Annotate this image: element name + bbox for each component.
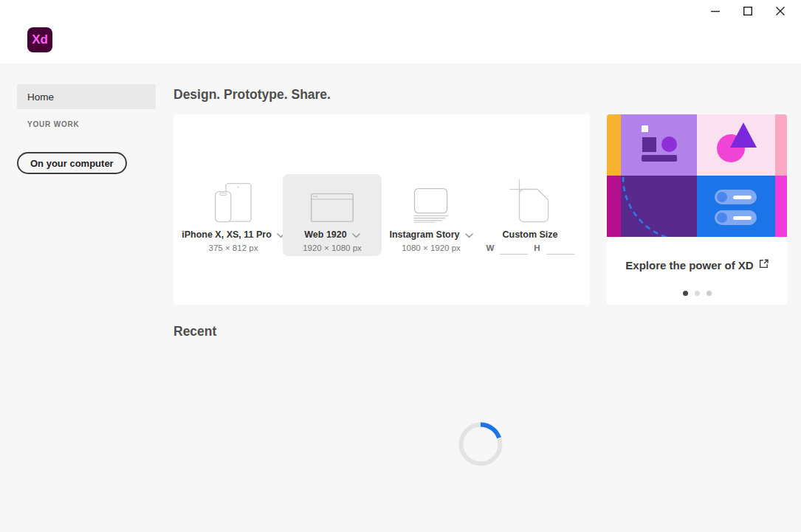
- chevron-down-icon[interactable]: [352, 228, 360, 241]
- carousel-dot[interactable]: [695, 291, 700, 296]
- minimize-button[interactable]: [699, 0, 732, 22]
- close-button[interactable]: [764, 0, 797, 22]
- template-iphone[interactable]: iPhone X, XS, 11 Pro 375 × 812 px: [184, 174, 283, 256]
- explore-xd-link[interactable]: Explore the power of XD: [607, 258, 787, 272]
- chevron-down-icon[interactable]: [465, 228, 473, 241]
- artwork-dashed-arc: [607, 114, 787, 237]
- external-link-icon: [759, 258, 769, 272]
- carousel-dot-active[interactable]: [683, 291, 688, 296]
- promo-artwork: [607, 114, 787, 237]
- template-web-1920[interactable]: Web 1920 1920 × 1080 px: [283, 174, 382, 256]
- maximize-icon: [743, 6, 753, 16]
- browser-window-icon: [283, 174, 382, 223]
- carousel-dot[interactable]: [707, 291, 712, 296]
- carousel-dots: [607, 291, 787, 296]
- page-title: Design. Prototype. Share.: [173, 87, 331, 103]
- toggle-knob: [717, 213, 727, 223]
- toggle-dash: [733, 196, 752, 199]
- width-label: W: [486, 243, 494, 252]
- story-screen-icon: [382, 174, 481, 223]
- on-your-computer-label: On your computer: [30, 158, 114, 169]
- artwork-toggle-1: [715, 190, 757, 204]
- phone-tablet-icon: [184, 174, 283, 223]
- window-controls: [699, 0, 797, 22]
- width-input[interactable]: [500, 243, 528, 255]
- maximize-button[interactable]: [732, 0, 764, 22]
- template-web-size: 1920 × 1080 px: [303, 243, 362, 252]
- toggle-dash: [733, 216, 752, 220]
- template-custom-label: Custom Size: [502, 229, 557, 240]
- explore-xd-card[interactable]: Explore the power of XD: [607, 114, 787, 305]
- template-instagram-story[interactable]: Instagram Story 1080 × 1920 px: [382, 174, 481, 256]
- titlebar: Xd: [0, 0, 801, 63]
- custom-document-icon: [481, 174, 580, 223]
- recent-loading-spinner: [458, 422, 503, 466]
- height-label: H: [534, 243, 540, 252]
- minimize-icon: [710, 6, 721, 16]
- recent-section-title: Recent: [173, 324, 216, 339]
- template-instagram-size: 1080 × 1920 px: [402, 243, 461, 252]
- close-icon: [775, 6, 785, 16]
- template-web-label: Web 1920: [304, 229, 346, 240]
- artwork-toggle-2: [715, 210, 757, 225]
- template-iphone-label: iPhone X, XS, 11 Pro: [182, 229, 272, 240]
- sidebar-section-your-work: YOUR WORK: [27, 120, 80, 128]
- toggle-knob: [717, 192, 727, 202]
- template-iphone-size: 375 × 812 px: [209, 243, 258, 252]
- template-custom-size[interactable]: Custom Size W H: [481, 174, 580, 256]
- adobe-xd-logo-text: Xd: [32, 32, 48, 47]
- explore-xd-label: Explore the power of XD: [625, 259, 753, 272]
- sidebar-item-home[interactable]: Home: [17, 84, 156, 109]
- height-input[interactable]: [546, 243, 574, 255]
- template-instagram-label: Instagram Story: [389, 229, 459, 240]
- on-your-computer-button[interactable]: On your computer: [17, 152, 127, 174]
- adobe-xd-logo: Xd: [27, 27, 52, 52]
- sidebar-home-label: Home: [27, 91, 54, 103]
- new-document-panel: iPhone X, XS, 11 Pro 375 × 812 px Web 19…: [173, 114, 590, 305]
